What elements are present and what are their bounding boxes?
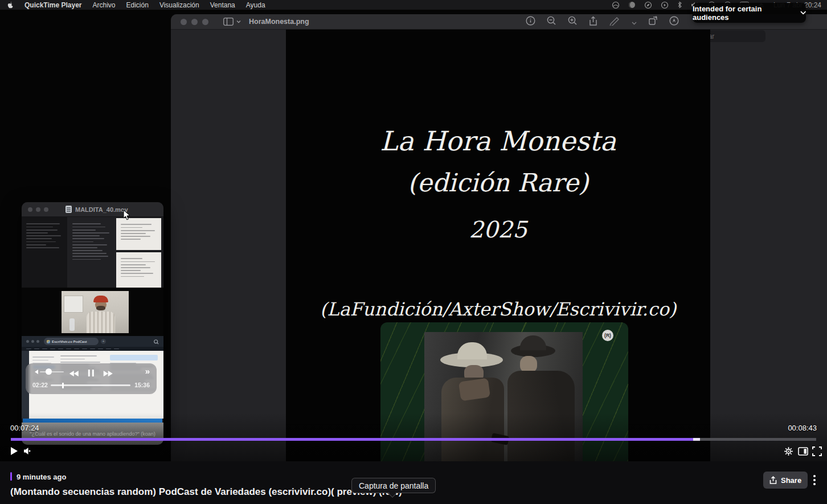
rewind-icon [69,368,79,379]
maldita-quicktime-window: MALDITA_40.mov EscriVivir.co PodCast [22,202,163,445]
text-line [26,235,61,236]
maldita-window-title: MALDITA_40.mov [75,206,128,213]
text-line [121,264,146,265]
posted-time: 9 minutes ago [17,473,66,481]
text-line [60,355,97,357]
text-line [72,235,100,236]
accent-bar [10,472,12,481]
recorded-browser-titlebar: EscriVivir.co PodCast + [22,336,163,347]
left-cowboy-hat-crown [457,342,487,359]
text-line [26,241,56,243]
gear-icon [784,446,793,456]
text-line [26,247,59,248]
seek-progress [11,438,694,441]
favicon [47,340,50,343]
clip-title: (Montando secuencias random) PodCast de … [10,486,637,498]
more-options-button[interactable] [806,472,823,489]
window-title: HoraMonesta.png [249,18,309,26]
text-line [121,276,144,277]
chevron-down-icon [800,11,806,15]
zoom-window-icon [44,207,48,212]
minimize-window-icon [191,19,198,25]
text-line [72,253,107,254]
text-line [72,244,107,245]
text-line [72,227,105,228]
text-line [26,244,46,245]
moon-icon [628,1,636,9]
recorded-webcam-band [22,288,163,336]
play-circle-icon [661,1,669,9]
rating-badge: (R) [602,330,613,341]
speaker-shirt [87,312,115,333]
mouse-cursor [123,210,132,223]
chevron-down-icon [236,20,241,23]
slide-title: La Hora Monesta [286,125,710,157]
mini-duration: 15:36 [134,382,150,388]
quicktime-controls-overlay: » 02:22 15:36 [26,363,157,394]
settings-button[interactable] [784,446,793,458]
share-icon [589,16,597,28]
text-line [32,360,48,361]
text-line [72,256,108,257]
sidebar-toggle [223,18,241,26]
fullscreen-button[interactable] [812,446,822,458]
text-line [121,227,142,228]
seek-handle[interactable] [693,438,700,441]
text-line [121,267,150,268]
text-line [121,239,141,240]
menu-item-ventana: Ventana [210,1,235,9]
text-line [72,223,101,224]
new-tab-icon: + [101,339,106,344]
audience-warning-badge[interactable]: Intended for certain audiences [693,3,806,23]
info-icon [526,16,535,28]
seek-bar[interactable] [11,438,816,441]
next-icon: » [145,366,150,376]
text-line [60,362,100,363]
left-cowboy-scarf [458,378,490,401]
theater-mode-button[interactable] [798,447,808,458]
maldita-footer: "¿Cuál es el sonido de una mano aplaudie… [22,423,163,445]
speaker-beard [96,306,105,310]
text-line [121,230,155,231]
text-line [72,238,104,239]
menu-item-ayuda: Ayuda [246,1,265,9]
close-window-icon [28,207,32,212]
volume-knob [46,368,52,375]
current-time: 00:07:24 [10,424,39,432]
search-icon [154,337,159,347]
movie-file-icon [65,206,72,213]
text-line [26,230,58,231]
screen-mirror-icon [612,1,620,9]
traffic-light-buttons [22,340,39,343]
text-line [121,224,152,225]
preview-toolbar [526,14,679,30]
volume-button[interactable] [23,447,32,457]
text-line [72,232,109,233]
sidebar-icon [223,18,234,26]
player-controls [0,445,827,459]
menu-app-name: QuickTime Player [24,1,82,9]
volume-icon [23,447,32,455]
recorded-app-document [67,217,116,288]
close-window-icon [181,19,187,25]
bluetooth-icon [677,1,682,9]
traffic-light-buttons [171,19,208,25]
pause-icon [88,368,94,379]
menu-item-archivo: Archivo [93,1,116,9]
preview-window: HoraMonesta.png Buscar La Hora Monesta (… [171,14,827,461]
traffic-light-buttons [22,207,48,212]
total-duration: 00:08:43 [788,424,817,432]
text-line [26,238,52,239]
bookmarks-bar [22,347,163,351]
text-line [72,247,97,248]
play-button[interactable] [10,446,18,458]
recorded-pdf-page [116,252,161,288]
rotate-icon [648,16,658,28]
text-line [72,241,93,243]
maldita-titlebar: MALDITA_40.mov [22,202,163,217]
mini-volume-slider [31,370,64,374]
play-icon [10,446,18,456]
mini-current-time: 02:22 [32,382,48,388]
slide-year: 2025 [286,216,710,243]
share-button[interactable]: Share [763,472,808,489]
